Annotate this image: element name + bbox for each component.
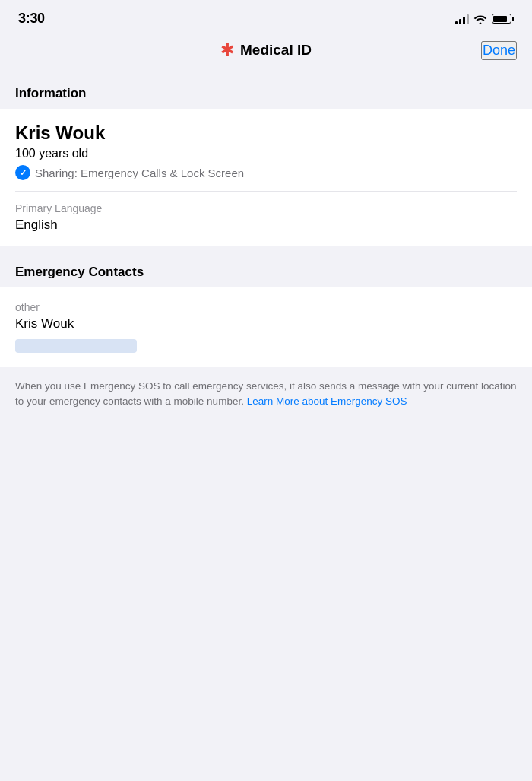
language-label: Primary Language xyxy=(15,202,517,214)
divider xyxy=(15,191,517,192)
info-section-header: Information xyxy=(0,71,532,109)
emergency-header-text: Emergency Contacts xyxy=(15,265,144,279)
signal-bars-icon xyxy=(455,14,469,24)
wifi-icon xyxy=(473,14,487,24)
info-card: Kris Wouk 100 years old ✓ Sharing: Emerg… xyxy=(0,109,532,246)
contact-name: Kris Wouk xyxy=(15,316,517,332)
nav-bar: ✱ Medical ID Done xyxy=(0,33,532,71)
sharing-text: Sharing: Emergency Calls & Lock Screen xyxy=(35,167,244,179)
medical-star-icon: ✱ xyxy=(220,40,234,60)
language-value: English xyxy=(15,217,517,233)
emergency-section-header: Emergency Contacts xyxy=(0,246,532,287)
status-time: 3:30 xyxy=(18,11,45,27)
person-age: 100 years old xyxy=(15,147,517,160)
battery-icon xyxy=(492,14,515,24)
done-button[interactable]: Done xyxy=(481,41,517,60)
status-bar: 3:30 xyxy=(0,0,532,33)
status-icons xyxy=(455,14,515,24)
sharing-row: ✓ Sharing: Emergency Calls & Lock Screen xyxy=(15,165,517,180)
blurred-phone-number xyxy=(15,339,137,353)
page-title: Medical ID xyxy=(240,42,312,59)
person-name: Kris Wouk xyxy=(15,122,517,144)
sharing-checkmark-icon: ✓ xyxy=(15,165,30,180)
nav-title: ✱ Medical ID xyxy=(220,40,312,60)
info-header-text: Information xyxy=(15,86,87,100)
footer-note: When you use Emergency SOS to call emerg… xyxy=(0,367,532,428)
emergency-card: other Kris Wouk xyxy=(0,287,532,367)
contact-type-label: other xyxy=(15,301,517,313)
emergency-sos-link[interactable]: Learn More about Emergency SOS xyxy=(247,395,407,407)
